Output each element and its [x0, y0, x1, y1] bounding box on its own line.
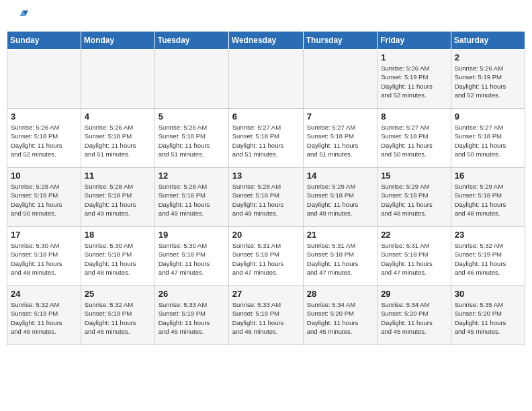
- header-cell-sunday: Sunday: [7, 32, 81, 50]
- day-number: 7: [307, 111, 373, 122]
- day-info: Sunrise: 5:32 AM Sunset: 5:19 PM Dayligh…: [455, 241, 521, 277]
- calendar-cell: 22Sunrise: 5:31 AM Sunset: 5:18 PM Dayli…: [378, 227, 451, 286]
- calendar-cell: 30Sunrise: 5:35 AM Sunset: 5:20 PM Dayli…: [451, 286, 525, 345]
- calendar-cell: [303, 50, 377, 109]
- week-row-3: 10Sunrise: 5:28 AM Sunset: 5:18 PM Dayli…: [7, 168, 525, 227]
- calendar-body: 1Sunrise: 5:26 AM Sunset: 5:19 PM Daylig…: [7, 50, 525, 345]
- calendar-cell: 27Sunrise: 5:33 AM Sunset: 5:19 PM Dayli…: [228, 286, 303, 345]
- day-info: Sunrise: 5:33 AM Sunset: 5:19 PM Dayligh…: [232, 300, 300, 336]
- day-number: 5: [159, 111, 225, 122]
- calendar-cell: 15Sunrise: 5:29 AM Sunset: 5:18 PM Dayli…: [378, 168, 451, 227]
- calendar-cell: 9Sunrise: 5:27 AM Sunset: 5:18 PM Daylig…: [451, 109, 525, 168]
- day-info: Sunrise: 5:26 AM Sunset: 5:18 PM Dayligh…: [11, 123, 77, 158]
- day-number: 25: [85, 289, 151, 299]
- day-number: 9: [455, 111, 521, 122]
- calendar-cell: 19Sunrise: 5:30 AM Sunset: 5:18 PM Dayli…: [154, 227, 228, 286]
- week-row-4: 17Sunrise: 5:30 AM Sunset: 5:18 PM Dayli…: [7, 227, 525, 286]
- day-info: Sunrise: 5:32 AM Sunset: 5:19 PM Dayligh…: [85, 300, 151, 336]
- calendar-cell: [228, 50, 303, 109]
- day-number: 16: [455, 171, 521, 181]
- day-info: Sunrise: 5:34 AM Sunset: 5:20 PM Dayligh…: [381, 300, 447, 336]
- day-info: Sunrise: 5:27 AM Sunset: 5:18 PM Dayligh…: [381, 123, 447, 158]
- day-info: Sunrise: 5:32 AM Sunset: 5:19 PM Dayligh…: [11, 300, 77, 336]
- calendar-cell: 23Sunrise: 5:32 AM Sunset: 5:19 PM Dayli…: [451, 227, 525, 286]
- day-info: Sunrise: 5:28 AM Sunset: 5:18 PM Dayligh…: [85, 182, 151, 218]
- calendar-header: SundayMondayTuesdayWednesdayThursdayFrid…: [7, 32, 525, 50]
- day-info: Sunrise: 5:26 AM Sunset: 5:18 PM Dayligh…: [85, 123, 151, 158]
- calendar-cell: 29Sunrise: 5:34 AM Sunset: 5:20 PM Dayli…: [378, 286, 451, 345]
- day-info: Sunrise: 5:33 AM Sunset: 5:19 PM Dayligh…: [159, 300, 225, 336]
- day-number: 26: [159, 289, 225, 299]
- day-number: 21: [307, 230, 373, 240]
- day-info: Sunrise: 5:28 AM Sunset: 5:18 PM Dayligh…: [11, 182, 77, 218]
- calendar-cell: [7, 50, 81, 109]
- week-row-5: 24Sunrise: 5:32 AM Sunset: 5:19 PM Dayli…: [7, 286, 525, 345]
- day-info: Sunrise: 5:29 AM Sunset: 5:18 PM Dayligh…: [307, 182, 373, 218]
- calendar-cell: 7Sunrise: 5:27 AM Sunset: 5:18 PM Daylig…: [303, 109, 377, 168]
- day-number: 1: [381, 52, 447, 62]
- week-row-1: 1Sunrise: 5:26 AM Sunset: 5:19 PM Daylig…: [7, 50, 525, 109]
- day-number: 13: [232, 171, 300, 181]
- day-info: Sunrise: 5:30 AM Sunset: 5:18 PM Dayligh…: [11, 241, 77, 277]
- calendar-cell: 28Sunrise: 5:34 AM Sunset: 5:20 PM Dayli…: [303, 286, 377, 345]
- day-info: Sunrise: 5:28 AM Sunset: 5:18 PM Dayligh…: [232, 182, 300, 218]
- day-number: 11: [85, 171, 151, 181]
- day-number: 20: [232, 230, 300, 240]
- day-number: 12: [159, 171, 225, 181]
- day-info: Sunrise: 5:30 AM Sunset: 5:18 PM Dayligh…: [85, 241, 151, 277]
- calendar-cell: 6Sunrise: 5:27 AM Sunset: 5:18 PM Daylig…: [228, 109, 303, 168]
- day-info: Sunrise: 5:29 AM Sunset: 5:18 PM Dayligh…: [455, 182, 521, 218]
- day-info: Sunrise: 5:27 AM Sunset: 5:18 PM Dayligh…: [307, 123, 373, 158]
- day-number: 28: [307, 289, 373, 299]
- calendar-cell: 3Sunrise: 5:26 AM Sunset: 5:18 PM Daylig…: [7, 109, 81, 168]
- day-info: Sunrise: 5:35 AM Sunset: 5:20 PM Dayligh…: [455, 300, 521, 336]
- day-number: 24: [11, 289, 77, 299]
- day-number: 6: [232, 111, 300, 122]
- calendar-cell: 24Sunrise: 5:32 AM Sunset: 5:19 PM Dayli…: [7, 286, 81, 345]
- day-number: 27: [232, 289, 300, 299]
- day-number: 3: [11, 111, 77, 122]
- day-info: Sunrise: 5:29 AM Sunset: 5:18 PM Dayligh…: [381, 182, 447, 218]
- calendar-cell: 2Sunrise: 5:26 AM Sunset: 5:19 PM Daylig…: [451, 50, 525, 109]
- day-info: Sunrise: 5:26 AM Sunset: 5:19 PM Dayligh…: [381, 64, 447, 99]
- header-row: SundayMondayTuesdayWednesdayThursdayFrid…: [7, 32, 525, 50]
- day-info: Sunrise: 5:31 AM Sunset: 5:18 PM Dayligh…: [381, 241, 447, 277]
- calendar-cell: 16Sunrise: 5:29 AM Sunset: 5:18 PM Dayli…: [451, 168, 525, 227]
- day-info: Sunrise: 5:26 AM Sunset: 5:19 PM Dayligh…: [455, 64, 521, 99]
- day-number: 29: [381, 289, 447, 299]
- calendar-cell: 12Sunrise: 5:28 AM Sunset: 5:18 PM Dayli…: [154, 168, 228, 227]
- day-info: Sunrise: 5:28 AM Sunset: 5:18 PM Dayligh…: [159, 182, 225, 218]
- day-info: Sunrise: 5:30 AM Sunset: 5:18 PM Dayligh…: [159, 241, 225, 277]
- calendar-cell: 21Sunrise: 5:31 AM Sunset: 5:18 PM Dayli…: [303, 227, 377, 286]
- day-info: Sunrise: 5:31 AM Sunset: 5:18 PM Dayligh…: [307, 241, 373, 277]
- header-cell-tuesday: Tuesday: [154, 32, 228, 50]
- calendar-cell: 17Sunrise: 5:30 AM Sunset: 5:18 PM Dayli…: [7, 227, 81, 286]
- calendar-cell: 11Sunrise: 5:28 AM Sunset: 5:18 PM Dayli…: [81, 168, 154, 227]
- calendar-cell: 20Sunrise: 5:31 AM Sunset: 5:18 PM Dayli…: [228, 227, 303, 286]
- day-info: Sunrise: 5:31 AM Sunset: 5:18 PM Dayligh…: [232, 241, 300, 277]
- day-number: 10: [11, 171, 77, 181]
- day-number: 22: [381, 230, 447, 240]
- day-number: 14: [307, 171, 373, 181]
- day-info: Sunrise: 5:27 AM Sunset: 5:18 PM Dayligh…: [455, 123, 521, 158]
- logo: [9, 7, 31, 26]
- calendar-cell: 18Sunrise: 5:30 AM Sunset: 5:18 PM Dayli…: [81, 227, 154, 286]
- calendar-cell: 26Sunrise: 5:33 AM Sunset: 5:19 PM Dayli…: [154, 286, 228, 345]
- day-number: 23: [455, 230, 521, 240]
- day-info: Sunrise: 5:27 AM Sunset: 5:18 PM Dayligh…: [232, 123, 300, 158]
- calendar-table: SundayMondayTuesdayWednesdayThursdayFrid…: [7, 31, 525, 345]
- day-number: 8: [381, 111, 447, 122]
- calendar-cell: 8Sunrise: 5:27 AM Sunset: 5:18 PM Daylig…: [378, 109, 451, 168]
- week-row-2: 3Sunrise: 5:26 AM Sunset: 5:18 PM Daylig…: [7, 109, 525, 168]
- header-cell-thursday: Thursday: [303, 32, 377, 50]
- calendar-cell: 14Sunrise: 5:29 AM Sunset: 5:18 PM Dayli…: [303, 168, 377, 227]
- calendar-cell: 25Sunrise: 5:32 AM Sunset: 5:19 PM Dayli…: [81, 286, 154, 345]
- day-number: 2: [455, 52, 521, 62]
- calendar-cell: 10Sunrise: 5:28 AM Sunset: 5:18 PM Dayli…: [7, 168, 81, 227]
- day-number: 15: [381, 171, 447, 181]
- day-info: Sunrise: 5:26 AM Sunset: 5:18 PM Dayligh…: [159, 123, 225, 158]
- day-number: 30: [455, 289, 521, 299]
- calendar-cell: [81, 50, 154, 109]
- logo-icon: [9, 7, 28, 26]
- day-number: 18: [85, 230, 151, 240]
